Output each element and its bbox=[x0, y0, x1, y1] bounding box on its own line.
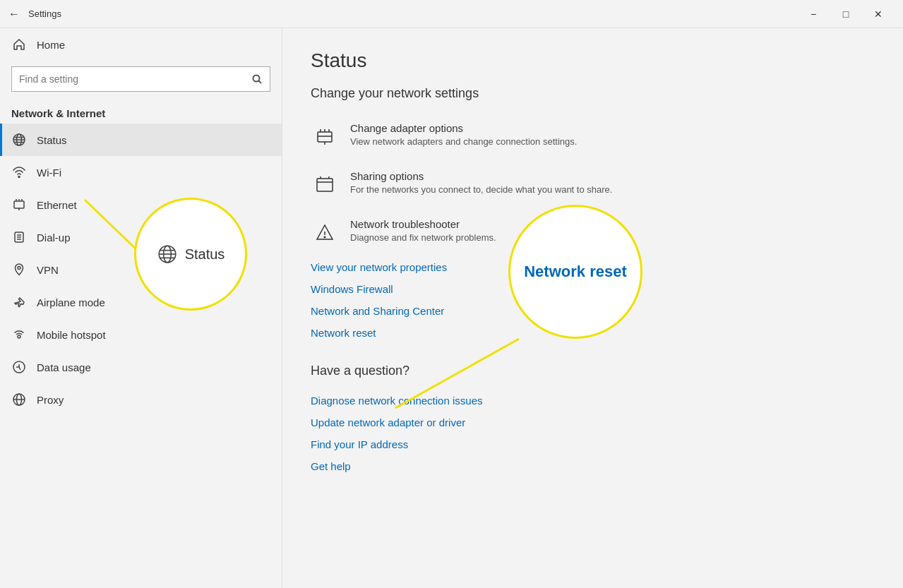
sidebar-item-proxy[interactable]: Proxy bbox=[0, 383, 282, 416]
svg-point-17 bbox=[18, 267, 20, 270]
svg-rect-23 bbox=[318, 132, 332, 142]
sidebar-item-hotspot[interactable]: Mobile hotspot bbox=[0, 318, 282, 351]
svg-line-1 bbox=[259, 81, 262, 84]
maximize-button[interactable]: □ bbox=[830, 3, 862, 25]
sidebar-item-ethernet-label: Ethernet bbox=[37, 199, 77, 211]
sidebar-item-status[interactable]: Status bbox=[0, 124, 282, 156]
change-network-heading: Change your network settings bbox=[311, 86, 875, 101]
title-bar-title: Settings bbox=[28, 8, 61, 19]
sidebar-item-home[interactable]: Home bbox=[0, 28, 282, 61]
sidebar-item-proxy-label: Proxy bbox=[37, 394, 64, 406]
airplane-icon bbox=[11, 294, 27, 310]
sidebar-item-vpn[interactable]: VPN bbox=[0, 253, 282, 286]
back-icon[interactable]: ← bbox=[8, 8, 20, 20]
svg-point-34 bbox=[324, 236, 325, 238]
sidebar-item-datausage[interactable]: Data usage bbox=[0, 351, 282, 383]
search-container bbox=[0, 61, 282, 100]
nav-section-title: Network & Internet bbox=[0, 100, 282, 124]
sidebar-item-status-label: Status bbox=[37, 134, 67, 146]
troubleshooter-desc: Diagnose and fix network problems. bbox=[350, 232, 875, 243]
close-button[interactable]: ✕ bbox=[862, 3, 895, 25]
vpn-icon bbox=[11, 262, 27, 277]
ethernet-icon bbox=[11, 197, 27, 212]
sidebar-item-dialup-label: Dial-up bbox=[37, 232, 71, 244]
setting-item-sharing[interactable]: Sharing options For the networks you con… bbox=[311, 160, 875, 208]
search-input[interactable] bbox=[12, 73, 244, 85]
home-icon bbox=[11, 37, 27, 52]
link-diagnose[interactable]: Diagnose network connection issues bbox=[311, 390, 875, 412]
home-label: Home bbox=[37, 39, 65, 51]
sidebar-item-datausage-label: Data usage bbox=[37, 361, 91, 373]
dialup-icon bbox=[11, 229, 27, 245]
hotspot-icon bbox=[11, 327, 27, 342]
link-get-help[interactable]: Get help bbox=[311, 455, 875, 477]
sidebar-item-vpn-label: VPN bbox=[37, 264, 59, 276]
adapter-text: Change adapter options View network adap… bbox=[350, 122, 875, 147]
have-question-section: Have a question? Diagnose network connec… bbox=[311, 364, 875, 477]
page-title: Status bbox=[311, 49, 875, 72]
title-bar-controls: − □ ✕ bbox=[797, 3, 895, 25]
svg-point-7 bbox=[18, 176, 20, 178]
sidebar-item-hotspot-label: Mobile hotspot bbox=[37, 329, 106, 341]
title-bar-left: ← Settings bbox=[8, 8, 61, 20]
search-button[interactable] bbox=[244, 66, 270, 92]
sidebar: Home Network & Internet bbox=[0, 28, 282, 588]
sidebar-item-wifi[interactable]: Wi-Fi bbox=[0, 156, 282, 188]
link-update-adapter[interactable]: Update network adapter or driver bbox=[311, 412, 875, 433]
adapter-name: Change adapter options bbox=[350, 122, 875, 134]
have-question-heading: Have a question? bbox=[311, 364, 875, 378]
svg-rect-29 bbox=[317, 179, 333, 191]
sharing-desc: For the networks you connect to, decide … bbox=[350, 184, 875, 195]
search-box bbox=[11, 66, 270, 92]
sharing-text: Sharing options For the networks you con… bbox=[350, 170, 875, 195]
sidebar-item-airplane[interactable]: Airplane mode bbox=[0, 286, 282, 318]
sharing-name: Sharing options bbox=[350, 170, 875, 182]
link-network-reset[interactable]: Network reset bbox=[311, 322, 875, 344]
svg-rect-8 bbox=[14, 201, 24, 208]
status-icon bbox=[11, 132, 27, 148]
title-bar: ← Settings − □ ✕ bbox=[0, 0, 903, 28]
datausage-icon bbox=[11, 359, 27, 375]
link-windows-firewall[interactable]: Windows Firewall bbox=[311, 278, 875, 300]
sidebar-item-airplane-label: Airplane mode bbox=[37, 296, 105, 308]
wifi-icon bbox=[11, 164, 27, 180]
minimize-button[interactable]: − bbox=[797, 3, 830, 25]
link-sharing-center[interactable]: Network and Sharing Center bbox=[311, 300, 875, 322]
warning-icon bbox=[311, 218, 339, 246]
svg-point-18 bbox=[18, 335, 20, 338]
sharing-icon bbox=[311, 170, 339, 198]
link-view-properties[interactable]: View your network properties bbox=[311, 256, 875, 278]
setting-item-adapter[interactable]: Change adapter options View network adap… bbox=[311, 112, 875, 160]
adapter-desc: View network adapters and change connect… bbox=[350, 136, 875, 147]
proxy-icon bbox=[11, 392, 27, 407]
adapter-icon bbox=[311, 122, 339, 150]
setting-item-troubleshooter[interactable]: Network troubleshooter Diagnose and fix … bbox=[311, 208, 875, 256]
app-body: Home Network & Internet bbox=[0, 28, 903, 588]
content-area: Status Change your network settings Chan… bbox=[282, 28, 903, 588]
sidebar-item-wifi-label: Wi-Fi bbox=[37, 167, 61, 179]
troubleshooter-name: Network troubleshooter bbox=[350, 218, 875, 230]
troubleshooter-text: Network troubleshooter Diagnose and fix … bbox=[350, 218, 875, 243]
sidebar-item-ethernet[interactable]: Ethernet bbox=[0, 188, 282, 221]
svg-point-0 bbox=[253, 76, 260, 82]
sidebar-item-dialup[interactable]: Dial-up bbox=[0, 221, 282, 253]
link-find-ip[interactable]: Find your IP address bbox=[311, 433, 875, 455]
